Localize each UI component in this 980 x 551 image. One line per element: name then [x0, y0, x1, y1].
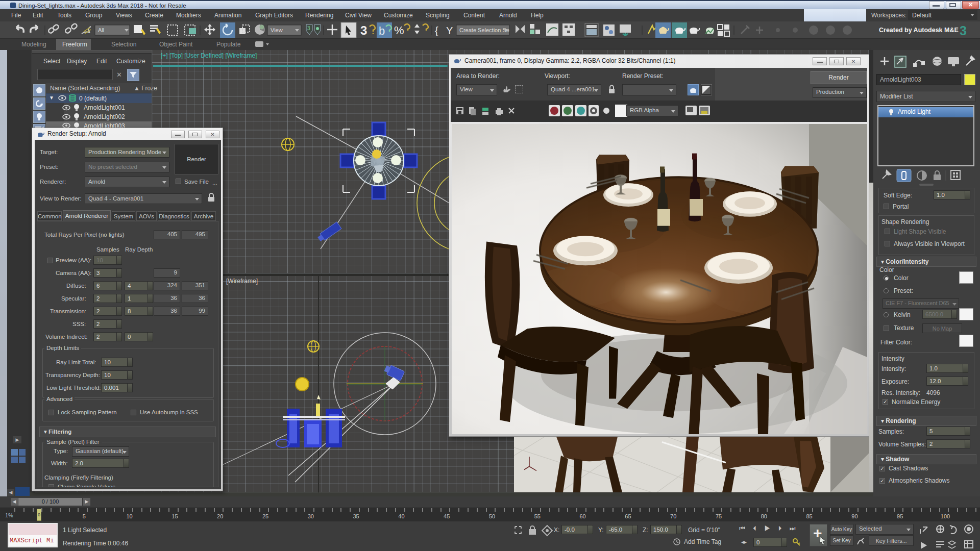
svg-text:View: View	[271, 27, 283, 33]
svg-text:3: 3	[307, 26, 310, 31]
svg-text:3: 3	[960, 23, 967, 38]
svg-text:b: b	[379, 24, 385, 37]
svg-text:All: All	[98, 27, 104, 33]
svg-text:Created by Autodesk M&E: Created by Autodesk M&E	[879, 27, 959, 34]
svg-text:Y: Y	[446, 25, 453, 36]
svg-text:%: %	[394, 24, 404, 37]
svg-text:Create Selection Se: Create Selection Se	[459, 27, 509, 33]
svg-text:3: 3	[360, 23, 367, 37]
svg-text:{: {	[435, 25, 438, 36]
